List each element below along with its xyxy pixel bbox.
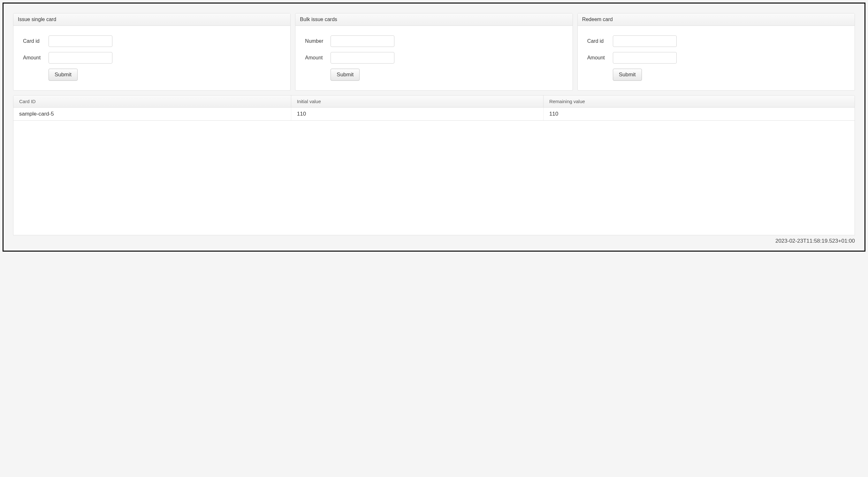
submit-row: Submit bbox=[305, 69, 563, 81]
panel-title: Issue single card bbox=[13, 13, 290, 26]
redeem-amount-input[interactable] bbox=[613, 52, 677, 64]
amount-label: Amount bbox=[587, 55, 613, 61]
issue-single-amount-input[interactable] bbox=[49, 52, 113, 64]
form-row-number: Number bbox=[305, 35, 563, 47]
issue-single-card-id-input[interactable] bbox=[49, 35, 113, 47]
number-label: Number bbox=[305, 38, 331, 44]
panels-row: Issue single card Card id Amount Submit … bbox=[13, 13, 855, 91]
cards-table-container: Card ID Initial value Remaining value sa… bbox=[13, 95, 855, 235]
bulk-issue-cards-panel: Bulk issue cards Number Amount Submit bbox=[295, 13, 572, 91]
amount-label: Amount bbox=[23, 55, 49, 61]
panel-body: Card id Amount Submit bbox=[578, 26, 855, 90]
panel-title: Redeem card bbox=[578, 13, 855, 26]
submit-row: Submit bbox=[587, 69, 845, 81]
table-row: sample-card-5110110 bbox=[13, 107, 855, 121]
header-card-id: Card ID bbox=[13, 95, 291, 107]
form-row-card-id: Card id bbox=[23, 35, 281, 47]
issue-single-card-panel: Issue single card Card id Amount Submit bbox=[13, 13, 290, 91]
redeem-card-id-input[interactable] bbox=[613, 35, 677, 47]
cards-table: Card ID Initial value Remaining value sa… bbox=[13, 95, 855, 121]
bulk-issue-amount-input[interactable] bbox=[331, 52, 394, 64]
header-remaining-value: Remaining value bbox=[543, 95, 855, 107]
bulk-issue-submit-button[interactable]: Submit bbox=[331, 69, 360, 81]
table-header-row: Card ID Initial value Remaining value bbox=[13, 95, 855, 107]
panel-body: Card id Amount Submit bbox=[13, 26, 290, 90]
form-row-card-id: Card id bbox=[587, 35, 845, 47]
app-frame: Issue single card Card id Amount Submit … bbox=[3, 3, 865, 252]
cell-initial-value: 110 bbox=[291, 107, 543, 121]
submit-row: Submit bbox=[23, 69, 281, 81]
amount-label: Amount bbox=[305, 55, 331, 61]
card-id-label: Card id bbox=[23, 38, 49, 44]
card-id-label: Card id bbox=[587, 38, 613, 44]
panel-title: Bulk issue cards bbox=[296, 13, 572, 26]
bulk-issue-number-input[interactable] bbox=[331, 35, 394, 47]
panel-body: Number Amount Submit bbox=[296, 26, 572, 90]
timestamp: 2023-02-23T11:58:19.523+01:00 bbox=[13, 235, 855, 244]
cell-remaining-value: 110 bbox=[543, 107, 855, 121]
redeem-submit-button[interactable]: Submit bbox=[613, 69, 642, 81]
header-initial-value: Initial value bbox=[291, 95, 543, 107]
redeem-card-panel: Redeem card Card id Amount Submit bbox=[578, 13, 855, 91]
cell-card-id: sample-card-5 bbox=[13, 107, 291, 121]
form-row-amount: Amount bbox=[23, 52, 281, 64]
form-row-amount: Amount bbox=[587, 52, 845, 64]
form-row-amount: Amount bbox=[305, 52, 563, 64]
issue-single-submit-button[interactable]: Submit bbox=[49, 69, 78, 81]
